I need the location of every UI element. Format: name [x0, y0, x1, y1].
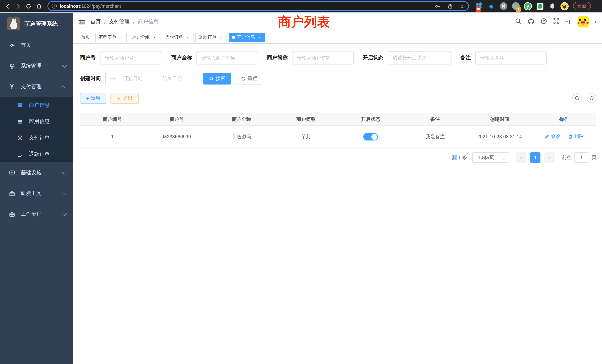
annotation-title: 商户列表	[278, 13, 330, 31]
font-size-icon[interactable]: TT	[566, 19, 572, 25]
arrow-right-icon	[15, 3, 21, 9]
cell-merchant-no: M233666999	[145, 126, 209, 148]
toggle-search-button[interactable]	[572, 93, 582, 103]
close-icon[interactable]: ×	[257, 35, 262, 40]
browser-forward-button[interactable]	[13, 1, 23, 11]
docs-extension-icon[interactable]	[536, 2, 544, 10]
remark-input[interactable]	[475, 51, 547, 64]
sidebar-item-system[interactable]: 系统管理	[0, 56, 73, 76]
browser-home-button[interactable]	[34, 1, 44, 11]
tab-refund-order[interactable]: 退款订单×	[195, 32, 227, 42]
goto-page-input[interactable]	[574, 152, 589, 163]
reset-button[interactable]: 重置	[235, 73, 263, 85]
date-range-input[interactable]: 开始日期 - 结束日期	[105, 72, 194, 85]
url-text: localhost:1024/pay/merchant	[60, 3, 121, 9]
tab-flow-form[interactable]: 流程表单×	[95, 32, 127, 42]
export-button[interactable]: 导出	[110, 93, 139, 104]
sidebar-item-home[interactable]: 首页	[0, 35, 73, 56]
col-merchant-no: 商户号	[145, 113, 209, 126]
full-name-label: 商户全称	[171, 54, 192, 61]
next-page-button[interactable]: ›	[544, 152, 555, 163]
close-icon[interactable]: ×	[152, 35, 157, 40]
close-icon[interactable]: ×	[219, 35, 224, 40]
password-key-icon[interactable]	[435, 3, 441, 9]
tab-merchant-info[interactable]: 商户信息×	[229, 32, 265, 42]
help-icon[interactable]: ?	[540, 18, 547, 26]
tab-home[interactable]: 首页	[78, 32, 93, 42]
sidebar-item-infrastructure[interactable]: 基础设施	[0, 162, 73, 183]
browser-menu-icon[interactable]: ⋮	[593, 3, 599, 9]
sidebar-item-label: 支付订单	[29, 135, 50, 141]
prev-page-button[interactable]: ‹	[516, 152, 526, 163]
tab-pay-order[interactable]: 支付订单×	[162, 32, 194, 42]
col-short-name: 商户简称	[274, 113, 338, 126]
delete-link[interactable]: 删除	[568, 133, 584, 140]
breadcrumb-current: 商户信息	[138, 19, 159, 25]
goto-label: 前往	[562, 154, 572, 161]
col-created: 创建时间	[467, 113, 532, 126]
full-name-input[interactable]	[196, 51, 258, 64]
breadcrumb-home[interactable]: 首页	[90, 19, 101, 25]
page-info-icon[interactable]: i	[52, 4, 57, 9]
browser-reload-button[interactable]	[24, 1, 33, 11]
sidebar-item-dev-tools[interactable]: 研发工具	[0, 183, 73, 204]
add-button[interactable]: + 新增	[80, 93, 106, 104]
col-merchant-id: 商户编号	[80, 113, 145, 126]
sidebar-item-label: 工作流程	[21, 211, 42, 218]
page-1-button[interactable]: 1	[530, 152, 540, 163]
svg-text:¥: ¥	[19, 136, 21, 139]
extension-row: 10 ◆ ⌘ 1 y	[475, 2, 569, 10]
user-avatar[interactable]	[578, 16, 589, 27]
sidebar-item-pay-order[interactable]: ¥ 支付订单	[0, 130, 73, 146]
breadcrumb-payment[interactable]: 支付管理	[109, 19, 130, 25]
sidebar-item-workflow[interactable]: 工作流程	[0, 204, 73, 225]
status-select[interactable]: 请选择开启状态	[388, 51, 452, 64]
sidebar-item-refund-order[interactable]: 退款订单	[0, 146, 73, 162]
tiles-extension-icon[interactable]: 10	[475, 2, 483, 10]
caret-down-icon[interactable]: ▾	[595, 20, 596, 24]
chevron-down-icon	[443, 56, 448, 60]
short-name-input[interactable]	[292, 51, 354, 64]
chevron-down-icon	[62, 211, 67, 216]
create-time-label: 创建时间	[80, 75, 101, 82]
bookmark-star-icon[interactable]: ☆	[460, 3, 464, 10]
browser-update-button[interactable]: 更新	[573, 2, 591, 10]
search-icon[interactable]	[515, 18, 522, 26]
col-status: 开启状态	[338, 113, 403, 126]
tab-user-group[interactable]: 用户分组×	[129, 32, 160, 42]
gear-icon	[7, 63, 16, 69]
table-header-row: 商户编号 商户号 商户全称 商户简称 开启状态 备注 创建时间 操作	[80, 113, 596, 126]
merchant-status-toggle[interactable]	[363, 133, 378, 140]
app-logo[interactable]: 芋道管理系统	[0, 13, 73, 35]
plus-icon: +	[86, 96, 89, 101]
github-icon[interactable]	[527, 18, 535, 26]
y-extension-icon[interactable]: y	[524, 2, 532, 10]
sidebar: 芋道管理系统 首页 系统管理 ¥ 支付管理	[0, 13, 73, 364]
sidebar-item-payment[interactable]: ¥ 支付管理	[0, 76, 73, 97]
end-date-placeholder: 结束日期	[154, 75, 190, 82]
collapse-sidebar-icon[interactable]	[78, 19, 85, 25]
extensions-puzzle-icon[interactable]	[548, 2, 556, 10]
cell-short-name: 芋艿	[274, 126, 338, 148]
profile-emoji-icon[interactable]	[560, 2, 569, 10]
gem-extension-icon[interactable]: ◆	[487, 2, 495, 10]
page-size-select[interactable]: 10条/页	[472, 152, 509, 163]
edit-link[interactable]: 修改	[545, 133, 560, 140]
recorder-extension-icon[interactable]: 1	[512, 2, 520, 10]
col-remark: 备注	[403, 113, 467, 126]
close-icon[interactable]: ×	[185, 35, 190, 40]
date-separator: -	[151, 76, 154, 81]
browser-back-button[interactable]	[3, 1, 13, 11]
page-content: 商户号 商户全称 商户简称 开启状态 请选择开启状态	[73, 44, 602, 364]
sidebar-item-merchant-info[interactable]: 商户信息	[0, 97, 73, 113]
merchant-no-input[interactable]	[100, 51, 162, 64]
refresh-icon	[589, 96, 594, 101]
search-button[interactable]: 搜索	[203, 73, 231, 85]
sidebar-item-app-info[interactable]: 应用信息	[0, 113, 73, 130]
command-extension-icon[interactable]: ⌘	[499, 2, 507, 10]
refresh-table-button[interactable]	[587, 93, 596, 103]
url-bar[interactable]: i localhost:1024/pay/merchant ☆	[47, 1, 469, 11]
close-icon[interactable]: ×	[119, 35, 123, 40]
fullscreen-icon[interactable]	[553, 18, 560, 26]
share-icon[interactable]	[447, 3, 453, 9]
